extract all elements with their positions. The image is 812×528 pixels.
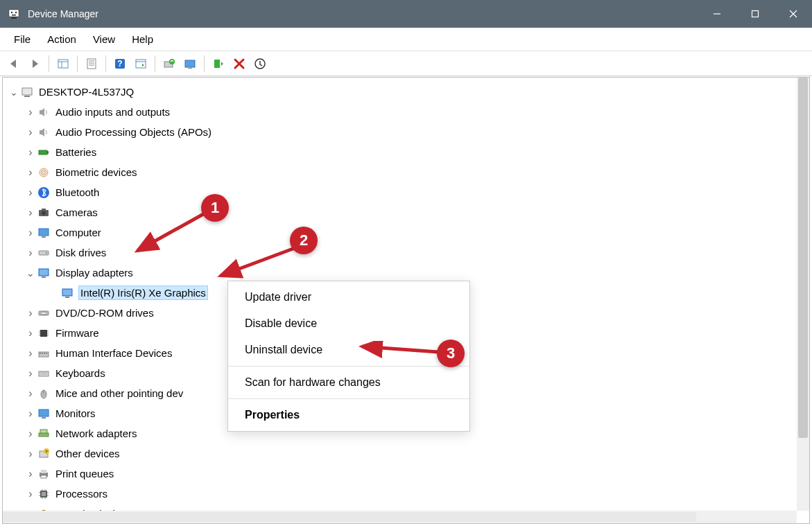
- context-disable-device[interactable]: Disable device: [228, 310, 469, 337]
- tree-display-adapters[interactable]: Display adapters: [6, 263, 806, 283]
- expand-icon[interactable]: [25, 206, 36, 219]
- annotation-callout-3: 3: [437, 340, 465, 367]
- menu-view[interactable]: View: [85, 29, 123, 49]
- svg-rect-49: [40, 330, 47, 337]
- menu-file[interactable]: File: [6, 29, 39, 49]
- menu-help[interactable]: Help: [123, 29, 162, 49]
- expand-icon[interactable]: [25, 186, 36, 199]
- expand-icon[interactable]: [25, 227, 36, 239]
- expand-icon[interactable]: [25, 247, 36, 259]
- context-separator: [228, 366, 469, 367]
- horizontal-scrollbar-thumb[interactable]: [3, 512, 696, 522]
- close-button[interactable]: [774, 0, 812, 28]
- scan-hardware-button[interactable]: [159, 54, 179, 73]
- chip-icon: [36, 326, 51, 340]
- svg-rect-12: [87, 59, 96, 69]
- expand-icon[interactable]: [25, 407, 36, 420]
- tree-processors[interactable]: Processors: [6, 484, 806, 504]
- svg-point-32: [42, 171, 45, 174]
- monitor-icon: [36, 226, 51, 240]
- back-button[interactable]: [4, 54, 24, 73]
- expand-icon[interactable]: [25, 166, 36, 179]
- computer-root-icon: [19, 85, 35, 99]
- tree-disk-drives[interactable]: Disk drives: [6, 243, 806, 263]
- speaker-icon: [36, 125, 51, 139]
- action-pane-button[interactable]: [131, 54, 150, 73]
- svg-rect-58: [42, 353, 43, 354]
- svg-point-31: [41, 170, 46, 175]
- speaker-icon: [36, 105, 51, 119]
- expand-icon[interactable]: [25, 267, 36, 279]
- help-button[interactable]: ?: [110, 54, 130, 73]
- expand-icon[interactable]: [25, 347, 36, 360]
- tree-computer[interactable]: Computer: [6, 222, 806, 243]
- menu-action[interactable]: Action: [39, 29, 85, 49]
- expand-icon[interactable]: [25, 367, 36, 380]
- context-separator: [228, 398, 469, 399]
- expand-icon[interactable]: [25, 307, 36, 319]
- other-device-icon: ?: [36, 447, 51, 461]
- menu-bar: File Action View Help: [0, 28, 812, 51]
- network-icon: [36, 427, 51, 441]
- uninstall-device-button[interactable]: [230, 54, 249, 73]
- horizontal-scrollbar[interactable]: [3, 511, 797, 523]
- forward-button[interactable]: [25, 54, 44, 73]
- bluetooth-icon: [36, 186, 51, 200]
- expand-icon[interactable]: [25, 387, 36, 400]
- tree-biometric[interactable]: Biometric devices: [6, 162, 806, 182]
- svg-point-2: [11, 12, 12, 13]
- printer-icon: [36, 467, 51, 481]
- context-uninstall-device[interactable]: Uninstall device: [228, 337, 469, 363]
- svg-rect-74: [41, 470, 46, 473]
- mouse-icon: [36, 387, 51, 401]
- expand-icon[interactable]: [25, 468, 36, 480]
- svg-rect-60: [46, 353, 47, 354]
- svg-rect-67: [42, 417, 46, 419]
- minimize-button[interactable]: [698, 0, 736, 28]
- svg-rect-43: [42, 276, 46, 278]
- expand-icon[interactable]: [25, 327, 36, 340]
- svg-rect-22: [185, 60, 195, 67]
- tree-batteries[interactable]: Batteries: [6, 142, 806, 162]
- expand-icon[interactable]: [25, 146, 36, 159]
- svg-rect-1: [11, 17, 17, 19]
- maximize-button[interactable]: [736, 0, 774, 28]
- tree-other[interactable]: ?Other devices: [6, 443, 806, 464]
- context-scan-hardware[interactable]: Scan for hardware changes: [228, 369, 469, 396]
- svg-rect-66: [39, 410, 49, 416]
- tree-bluetooth[interactable]: Bluetooth: [6, 182, 806, 202]
- expand-icon[interactable]: [25, 448, 36, 460]
- disable-device-button[interactable]: [250, 54, 270, 73]
- vertical-scrollbar-thumb[interactable]: [798, 78, 808, 438]
- annotation-callout-2: 2: [290, 227, 318, 254]
- svg-rect-6: [752, 11, 758, 17]
- vertical-scrollbar[interactable]: [797, 78, 809, 511]
- expand-icon[interactable]: [25, 126, 36, 139]
- enable-device-button[interactable]: [209, 54, 228, 73]
- svg-rect-37: [39, 229, 49, 236]
- expand-icon[interactable]: [8, 87, 19, 98]
- monitor-icon: [36, 407, 51, 421]
- expand-icon[interactable]: [25, 106, 36, 118]
- tree-audio-inputs[interactable]: Audio inputs and outputs: [6, 102, 806, 122]
- tree-cameras[interactable]: Cameras: [6, 202, 806, 222]
- show-hide-console-tree-button[interactable]: [53, 54, 73, 73]
- properties-button[interactable]: [82, 54, 101, 73]
- battery-icon: [36, 146, 51, 159]
- svg-point-48: [40, 312, 47, 315]
- title-bar: Device Manager: [0, 0, 812, 28]
- context-update-driver[interactable]: Update driver: [228, 284, 469, 310]
- update-driver-button[interactable]: [180, 54, 200, 73]
- display-adapter-icon: [36, 266, 51, 280]
- keyboard-icon: [36, 367, 51, 380]
- tree-root[interactable]: DESKTOP-4L537JQ: [6, 82, 806, 102]
- context-properties[interactable]: Properties: [228, 402, 469, 428]
- tree-audio-proc[interactable]: Audio Processing Objects (APOs): [6, 122, 806, 142]
- tree-print-queues[interactable]: Print queues: [6, 464, 806, 484]
- app-icon: [7, 7, 21, 21]
- svg-rect-28: [39, 150, 47, 155]
- svg-rect-57: [40, 353, 41, 354]
- expand-icon[interactable]: [25, 428, 36, 440]
- expand-icon[interactable]: [25, 488, 36, 500]
- context-menu: Update driver Disable device Uninstall d…: [227, 281, 470, 432]
